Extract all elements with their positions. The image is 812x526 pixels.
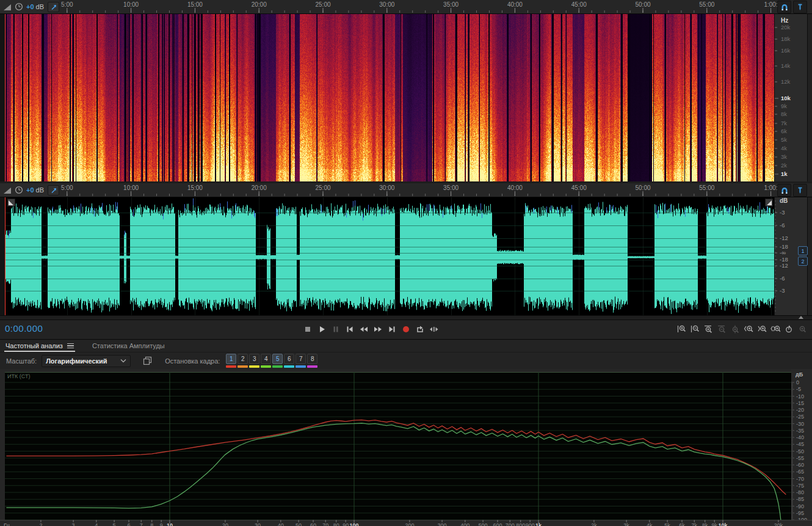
svg-text:3k: 3k bbox=[623, 522, 629, 526]
hold-button-1[interactable]: 1 bbox=[226, 354, 236, 368]
waveform-vertical-scrollbar[interactable] bbox=[807, 197, 812, 315]
waveform-body: dB-3-6-12-18-∞-18-12-6-3 1 2 bbox=[0, 197, 812, 315]
svg-text:8k: 8k bbox=[781, 111, 787, 117]
waveform-display[interactable] bbox=[5, 197, 774, 315]
svg-text:-3: -3 bbox=[780, 209, 785, 216]
zoom-in-horizontal-button[interactable] bbox=[676, 323, 686, 336]
skip-selection-button[interactable] bbox=[429, 323, 439, 336]
svg-text:-25: -25 bbox=[796, 414, 804, 420]
svg-text:-30: -30 bbox=[796, 421, 804, 427]
restore-zoom-button[interactable] bbox=[784, 323, 794, 336]
level-ramp-icon[interactable] bbox=[3, 2, 12, 12]
spectrogram-vertical-scrollbar[interactable] bbox=[807, 14, 812, 181]
svg-text:4k: 4k bbox=[647, 522, 653, 526]
zoom-reset-button[interactable] bbox=[730, 323, 740, 336]
selection-handle-left[interactable] bbox=[7, 199, 15, 206]
frequency-scale[interactable]: Hz20k18k16k14k12k10k9k8k7k6k5k4k3k2k1k bbox=[774, 14, 808, 181]
hold-button-5[interactable]: 5 bbox=[272, 354, 283, 368]
pin-marker-button[interactable] bbox=[793, 1, 807, 13]
hold-color-swatch bbox=[249, 365, 259, 368]
scale-select-value: Логарифмический bbox=[46, 357, 107, 365]
svg-text:-70: -70 bbox=[796, 476, 804, 482]
tab-frequency-analysis[interactable]: Частотный анализ bbox=[4, 340, 75, 352]
svg-text:600: 600 bbox=[493, 522, 502, 526]
svg-text:2: 2 bbox=[39, 522, 42, 526]
svg-text:16k: 16k bbox=[781, 47, 791, 54]
skip-to-end-button[interactable] bbox=[386, 323, 397, 336]
svg-text:-20: -20 bbox=[796, 407, 804, 413]
hold-color-swatch bbox=[307, 365, 317, 368]
hold-button-8[interactable]: 8 bbox=[307, 354, 317, 368]
channel-2-badge[interactable]: 2 bbox=[798, 257, 808, 266]
gain-value[interactable]: +0 dB bbox=[26, 3, 44, 10]
hold-button-label: 6 bbox=[284, 354, 294, 364]
zoom-in-at-out-point-button[interactable] bbox=[757, 323, 767, 336]
magnet-snap-button[interactable] bbox=[777, 1, 791, 13]
stop-button[interactable] bbox=[302, 323, 313, 336]
frequency-chart[interactable]: ИТК (СТ)дБ0-5-10-15-20-25-30-35-40-45-50… bbox=[0, 369, 812, 526]
svg-text:8: 8 bbox=[150, 522, 153, 526]
svg-text:-60: -60 bbox=[796, 462, 804, 468]
fast-forward-button[interactable] bbox=[372, 323, 383, 336]
frequency-analysis-panel: Частотный анализ Статистика Амплитуды Ма… bbox=[0, 340, 812, 526]
hold-button-6[interactable]: 6 bbox=[284, 354, 294, 368]
svg-text:6k: 6k bbox=[781, 128, 787, 134]
svg-text:6k: 6k bbox=[679, 522, 685, 526]
t-pin-icon bbox=[796, 186, 805, 195]
zoom-toolbar bbox=[676, 323, 807, 336]
edit-pointer-button[interactable] bbox=[48, 2, 59, 12]
selection-handle-right[interactable] bbox=[765, 199, 773, 206]
skip-to-start-button[interactable] bbox=[344, 323, 355, 336]
scale-label: Масштаб: bbox=[6, 357, 37, 365]
svg-text:-40: -40 bbox=[796, 434, 804, 440]
gain-value[interactable]: +0 dB bbox=[26, 186, 44, 194]
channel-1-badge[interactable]: 1 bbox=[798, 246, 808, 255]
hold-button-2[interactable]: 2 bbox=[237, 354, 248, 368]
svg-text:10:00: 10:00 bbox=[123, 1, 139, 8]
hold-button-label: 7 bbox=[295, 354, 306, 364]
edit-pointer-button[interactable] bbox=[48, 185, 59, 195]
zoom-in-full-button[interactable] bbox=[703, 323, 713, 336]
zoom-out-horizontal-button[interactable] bbox=[690, 323, 700, 336]
scroll-up-arrow-icon[interactable] bbox=[799, 316, 803, 319]
svg-text:4: 4 bbox=[95, 522, 98, 526]
svg-text:300: 300 bbox=[438, 522, 447, 526]
svg-text:9k: 9k bbox=[711, 522, 717, 526]
svg-text:20:00: 20:00 bbox=[252, 184, 267, 191]
current-time-display[interactable]: 0:00.000 bbox=[5, 323, 43, 334]
zoom-in-at-in-point-button[interactable] bbox=[744, 323, 753, 336]
rewind-button[interactable] bbox=[358, 323, 369, 336]
zoom-to-selection-button[interactable] bbox=[770, 323, 780, 336]
svg-text:-12: -12 bbox=[780, 262, 788, 269]
tab-amplitude-statistics[interactable]: Статистика Амплитуды bbox=[91, 340, 166, 352]
record-button[interactable] bbox=[401, 323, 411, 336]
pause-button[interactable] bbox=[330, 323, 341, 336]
spectrogram-left-gutter bbox=[0, 14, 5, 181]
clock-icon[interactable] bbox=[14, 185, 24, 195]
scale-select[interactable]: Логарифмический bbox=[42, 355, 131, 367]
spectrogram-timeline-ruler[interactable]: 5:0010:0015:0020:0025:0030:0035:0040:004… bbox=[0, 0, 812, 13]
svg-text:25:00: 25:00 bbox=[315, 1, 330, 8]
copy-icon bbox=[143, 356, 153, 366]
play-button[interactable] bbox=[316, 323, 327, 336]
pin-marker-button[interactable] bbox=[793, 184, 807, 197]
hold-button-label: 4 bbox=[261, 354, 271, 364]
hold-button-4[interactable]: 4 bbox=[261, 354, 271, 368]
level-ramp-icon[interactable] bbox=[3, 186, 12, 195]
hold-button-3[interactable]: 3 bbox=[249, 354, 259, 368]
waveform-timeline-ruler[interactable]: 5:0010:0015:0020:0025:0030:0035:0040:004… bbox=[0, 183, 812, 197]
hold-button-7[interactable]: 7 bbox=[295, 354, 306, 368]
zoom-out-full-button[interactable] bbox=[717, 323, 727, 336]
magnet-snap-button[interactable] bbox=[777, 184, 791, 197]
zoom-vertical-button[interactable] bbox=[797, 323, 807, 336]
svg-text:9k: 9k bbox=[781, 103, 787, 109]
copy-snapshot-button[interactable] bbox=[142, 356, 154, 367]
svg-text:3k: 3k bbox=[781, 153, 787, 160]
svg-text:1k: 1k bbox=[535, 522, 542, 526]
clock-icon[interactable] bbox=[14, 2, 24, 12]
panel-menu-icon[interactable] bbox=[67, 342, 74, 350]
svg-text:5:00: 5:00 bbox=[61, 1, 73, 8]
svg-text:9: 9 bbox=[160, 522, 163, 526]
spectrogram-display[interactable] bbox=[5, 14, 774, 181]
loop-playback-button[interactable] bbox=[415, 323, 425, 336]
